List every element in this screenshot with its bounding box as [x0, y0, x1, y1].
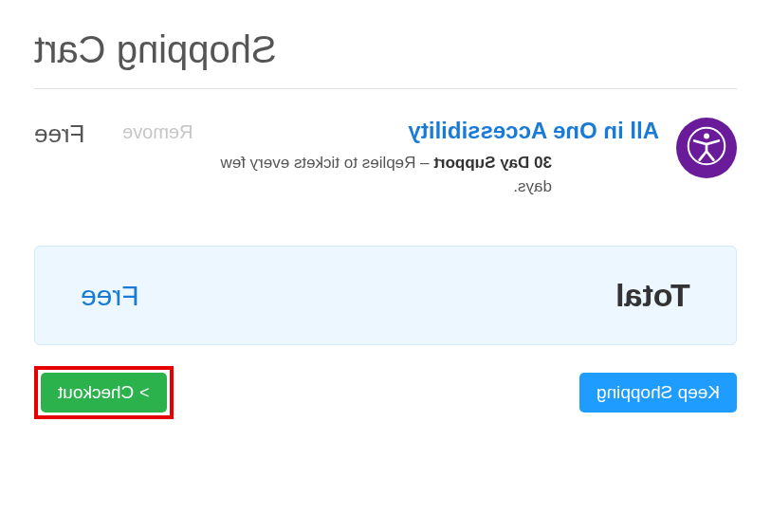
total-label: Total	[615, 277, 690, 314]
total-box: Total Free	[34, 246, 737, 345]
item-price: Free	[34, 118, 84, 149]
item-avatar	[676, 118, 737, 178]
cart-item-row: All in One Accessibility 30 Day Support …	[34, 118, 737, 198]
keep-shopping-button[interactable]: Keep Shopping	[579, 373, 737, 413]
item-name-link[interactable]: All in One Accessibility	[211, 118, 659, 144]
checkout-button[interactable]: Checkout >	[41, 373, 167, 413]
page-title: Shopping Cart	[34, 28, 737, 71]
chevron-right-icon: >	[139, 383, 150, 403]
divider	[34, 88, 737, 89]
button-row: Keep Shopping Checkout >	[34, 366, 737, 419]
accessibility-icon	[686, 125, 727, 171]
item-info: All in One Accessibility 30 Day Support …	[211, 118, 659, 198]
total-value: Free	[81, 280, 139, 312]
remove-button[interactable]: Remove	[122, 118, 193, 143]
svg-point-1	[704, 134, 709, 139]
item-description: 30 Day Support – Replies to tickets ever…	[211, 152, 552, 198]
checkout-highlight: Checkout >	[34, 366, 174, 419]
